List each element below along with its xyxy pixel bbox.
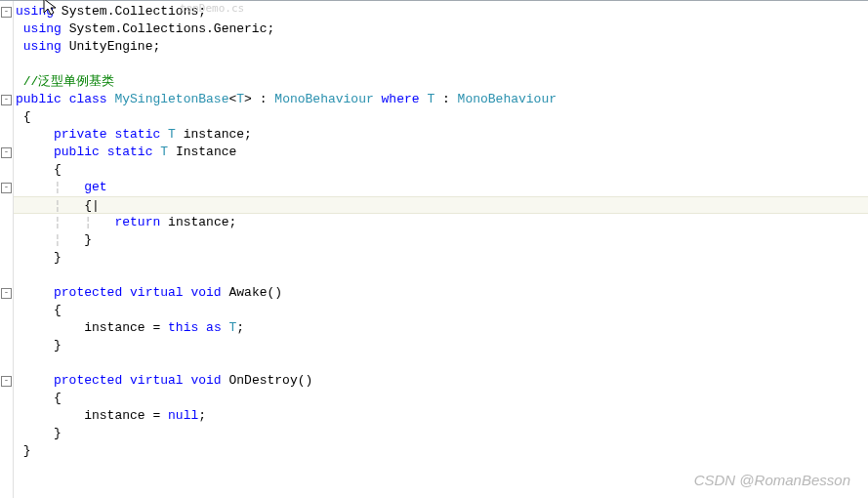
code-line: } — [14, 337, 868, 354]
code-line: } — [14, 442, 868, 460]
fold-toggle[interactable]: - — [1, 376, 12, 387]
code-line: public static T Instance — [14, 144, 868, 161]
code-line — [14, 354, 868, 372]
code-line: using System.Collections; — [14, 3, 868, 21]
code-editor[interactable]: - - - - - - tonDemo.cs using System.Coll… — [0, 0, 868, 498]
code-line: { — [14, 161, 868, 179]
fold-toggle[interactable]: - — [1, 95, 12, 105]
code-line: private static T instance; — [14, 126, 868, 144]
code-line: using System.Collections.Generic; — [14, 21, 868, 38]
code-area[interactable]: tonDemo.cs using System.Collections; usi… — [14, 1, 868, 498]
mouse-cursor-icon — [43, 0, 61, 20]
code-line: //泛型单例基类 — [14, 73, 868, 91]
code-line: ¦ ¦ return instance; — [14, 214, 868, 231]
watermark: CSDN @RomanBesson — [694, 472, 850, 488]
fold-gutter: - - - - - - — [0, 1, 14, 498]
fold-toggle[interactable]: - — [1, 147, 12, 158]
code-line: ¦ } — [14, 231, 868, 249]
code-line: ¦ get — [14, 179, 868, 196]
code-line: instance = this as T; — [14, 319, 868, 337]
code-line: { — [14, 390, 868, 407]
code-line: public class MySingletonBase<T> : MonoBe… — [14, 91, 868, 108]
code-line — [14, 267, 868, 284]
fold-toggle[interactable]: - — [1, 7, 12, 18]
code-line: } — [14, 249, 868, 267]
tab-ghost-label: tonDemo.cs — [180, 2, 244, 15]
fold-toggle[interactable]: - — [1, 183, 12, 193]
code-line — [14, 56, 868, 73]
fold-toggle[interactable]: - — [1, 288, 12, 299]
code-line: instance = null; — [14, 407, 868, 425]
code-line: protected virtual void Awake() — [14, 284, 868, 302]
code-line: protected virtual void OnDestroy() — [14, 372, 868, 390]
code-line: using UnityEngine; — [14, 38, 868, 56]
code-line-active: ¦ {| — [14, 196, 868, 214]
code-line: { — [14, 302, 868, 319]
code-line: { — [14, 108, 868, 126]
code-line: } — [14, 425, 868, 442]
